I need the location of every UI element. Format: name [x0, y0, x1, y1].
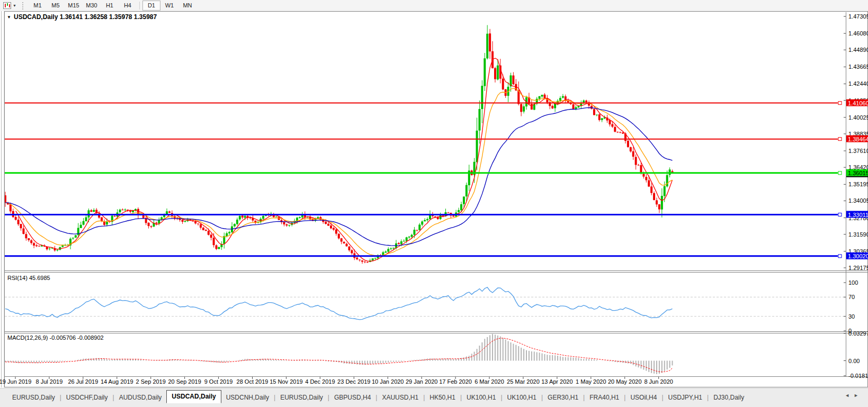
candlestick-chart-icon: [3, 2, 11, 9]
date-tick: 8 Jun 2020: [644, 378, 673, 385]
timeframe-button-h1[interactable]: H1: [101, 1, 119, 11]
chart-frame: [0, 11, 868, 388]
date-tick: 20 Sep 2019: [168, 378, 201, 385]
svg-text:30: 30: [848, 313, 855, 320]
tab-scroll-left-icon[interactable]: ◄: [845, 393, 854, 398]
svg-text:0.032972: 0.032972: [848, 330, 868, 337]
date-tick: 10 Jan 2020: [372, 378, 404, 385]
tab-fra40-h1[interactable]: FRA40,H1: [585, 392, 624, 403]
svg-text:1.41060: 1.41060: [848, 100, 868, 106]
price-tick: 1.37610: [848, 148, 868, 154]
tab-audusd-daily[interactable]: AUDUSD,Daily: [114, 392, 167, 403]
date-tick: 6 Mar 2020: [475, 378, 504, 385]
tab-uk100-h1[interactable]: UK100,H1: [462, 392, 500, 403]
timeframe-button-m5[interactable]: M5: [47, 1, 65, 11]
tab-scroll-right-icon[interactable]: ►: [854, 393, 863, 398]
date-tick: 25 Mar 2020: [507, 378, 540, 385]
timeframe-button-mn[interactable]: MN: [178, 1, 196, 11]
timeframe-toolbar: ▼ M1M5M15M30H1H4D1W1MN: [0, 0, 868, 12]
date-tick: 8 Jul 2019: [36, 378, 63, 385]
svg-text:1.38464: 1.38464: [848, 136, 868, 142]
dropdown-arrow-icon: ▼: [13, 4, 16, 7]
date-tick: 15 Nov 2019: [270, 378, 302, 385]
timeframe-buttons: M1M5M15M30H1H4D1W1MN: [29, 1, 196, 11]
price-tick: 1.40025: [848, 114, 868, 121]
hline-marker: [838, 255, 842, 258]
date-tick: 26 Jul 2019: [68, 378, 98, 385]
trading-terminal: ▼ M1M5M15M30H1H4D1W1MN 10070300 0.032972…: [0, 0, 868, 407]
price-tick: 1.42440: [848, 80, 868, 87]
timeframe-button-d1[interactable]: D1: [142, 1, 160, 11]
price-tick: 1.43665: [848, 64, 868, 70]
date-tick: 19 Jun 2019: [0, 378, 31, 385]
date-tick: 23 Dec 2019: [337, 378, 370, 385]
chart-tabs: EURUSD,Daily|USDCHF,Daily|AUDUSD,DailyUS…: [7, 391, 749, 403]
toolbar-separator: [139, 2, 140, 10]
timeframe-button-m30[interactable]: M30: [83, 1, 101, 11]
price-tick: 1.47305: [848, 13, 868, 20]
tab-usdjpy-h1[interactable]: USDJPY,H1: [664, 392, 707, 403]
tab-usdcnh-daily[interactable]: USDCNH,Daily: [221, 392, 274, 403]
svg-text:1.33011: 1.33011: [848, 212, 868, 218]
svg-text:1.36015: 1.36015: [848, 170, 868, 176]
hline-marker: [838, 171, 842, 175]
date-tick: 2 Sep 2019: [136, 378, 166, 385]
chart-tab-bar: EURUSD,Daily|USDCHF,Daily|AUDUSD,DailyUS…: [0, 388, 868, 407]
macd-indicator-label: MACD(12,26,9) -0.005706 -0.008902: [7, 334, 104, 341]
svg-text:100: 100: [848, 279, 858, 286]
svg-text:-0.01815: -0.01815: [848, 373, 868, 379]
price-tick: 1.34005: [848, 197, 868, 204]
tab-hk50-h1[interactable]: HK50,H1: [425, 392, 460, 403]
svg-text:70: 70: [848, 294, 855, 300]
date-tick: 1 May 2020: [576, 378, 606, 385]
date-tick: 28 Oct 2019: [237, 378, 269, 385]
timeframe-button-m1[interactable]: M1: [29, 1, 47, 11]
tab-dj30-daily[interactable]: DJ30,Daily: [709, 392, 749, 403]
svg-text:0.00: 0.00: [848, 358, 860, 364]
date-tick: 17 Feb 2020: [439, 378, 472, 385]
date-tick: 13 Apr 2020: [541, 378, 572, 385]
tab-xauusd-h1[interactable]: XAUUSD,H1: [377, 392, 423, 403]
tab-uk100-h1[interactable]: UK100,H1: [503, 392, 541, 403]
price-tick: 1.29175: [848, 265, 868, 271]
charts-toolbar-button[interactable]: ▼: [2, 2, 18, 10]
hline-marker: [838, 138, 842, 141]
date-tick: 14 Aug 2019: [101, 378, 133, 385]
price-tick: 1.35195: [848, 181, 868, 187]
chart-window: 10070300 0.0329720.00-0.01815 1.473051.4…: [0, 11, 868, 388]
tab-ger30-h1[interactable]: GER30,H1: [543, 392, 583, 403]
chart-canvas[interactable]: 10070300 0.0329720.00-0.01815 1.473051.4…: [0, 11, 868, 388]
tab-usdcad-daily[interactable]: USDCAD,Daily: [166, 390, 221, 403]
tab-eurusd-daily[interactable]: EURUSD,Daily: [275, 392, 328, 403]
timeframe-button-w1[interactable]: W1: [160, 1, 178, 11]
price-tick: 1.46080: [848, 30, 868, 37]
svg-text:1.30020: 1.30020: [848, 253, 868, 259]
price-tick: 1.44890: [848, 47, 868, 53]
price-tick: 1.31590: [848, 231, 868, 238]
tab-eurusd-daily[interactable]: EURUSD,Daily: [7, 392, 60, 403]
chart-title: USDCAD,Daily 1.36141 1.36258 1.35978 1.3…: [14, 13, 157, 21]
tab-usdchf-daily[interactable]: USDCHF,Daily: [61, 392, 113, 403]
date-tick: 20 May 2020: [608, 378, 642, 385]
date-tick: 29 Jan 2020: [406, 378, 438, 385]
tab-usoil-h4[interactable]: USOil,H4: [625, 392, 661, 403]
timeframe-button-m15[interactable]: M15: [65, 1, 83, 11]
date-tick: 9 Oct 2019: [204, 378, 233, 385]
rsi-indicator-label: RSI(14) 45.6985: [7, 275, 50, 281]
hline-marker: [838, 213, 842, 216]
date-tick: 4 Dec 2019: [305, 378, 335, 385]
timeframe-button-h4[interactable]: H4: [119, 1, 137, 11]
symbol-dropdown-icon[interactable]: ▼: [7, 15, 11, 20]
tab-scroll-arrows: ◄►: [845, 393, 863, 398]
tab-gbpusd-h4[interactable]: GBPUSD,H4: [329, 392, 375, 403]
toolbar-grip[interactable]: [22, 2, 25, 10]
hline-marker: [838, 102, 842, 105]
